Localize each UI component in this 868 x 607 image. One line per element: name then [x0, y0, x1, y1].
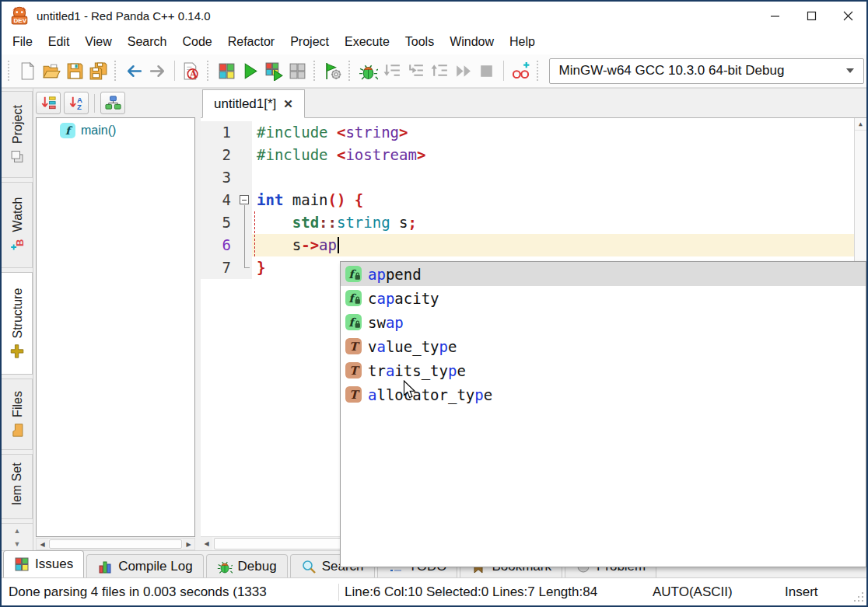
- close-button[interactable]: [830, 2, 866, 30]
- menu-project[interactable]: Project: [282, 32, 337, 52]
- completion-item-traits_type[interactable]: Ttraits_type: [341, 358, 866, 382]
- show-inherited-button[interactable]: [100, 92, 125, 114]
- line-number: 3: [201, 166, 238, 189]
- sort-alphabetically-button[interactable]: AZ: [64, 92, 89, 114]
- run-button[interactable]: [239, 59, 262, 83]
- reformat-button[interactable]: A: [180, 59, 203, 83]
- encoding-status: AUTO(ASCII): [653, 584, 785, 600]
- menu-help[interactable]: Help: [502, 32, 543, 52]
- compile-and-run-button[interactable]: [262, 59, 285, 83]
- completion-label: value_type: [368, 338, 457, 355]
- rebuild-button[interactable]: [286, 59, 310, 83]
- insert-mode-status: Insert: [785, 584, 851, 600]
- files-icon: [9, 423, 24, 438]
- watch-icon: B: [9, 238, 24, 253]
- menu-refactor[interactable]: Refactor: [220, 32, 282, 52]
- menu-edit[interactable]: Edit: [40, 32, 78, 52]
- continue-button[interactable]: [451, 59, 474, 83]
- menu-file[interactable]: File: [5, 32, 40, 52]
- toolbar-separator: [503, 61, 504, 81]
- code-text[interactable]: #include <iostream>: [252, 144, 854, 166]
- completion-item-value_type[interactable]: Tvalue_type: [341, 334, 866, 358]
- tab-scroll-up-icon[interactable]: ▲: [2, 524, 33, 537]
- menu-window[interactable]: Window: [442, 32, 502, 52]
- forward-button[interactable]: [145, 59, 169, 83]
- bottom-tab-label: Compile Log: [118, 559, 192, 574]
- open-button[interactable]: [39, 59, 62, 83]
- menu-view[interactable]: View: [77, 32, 119, 52]
- bottom-tab-issues[interactable]: Issues: [3, 550, 84, 577]
- sort-by-type-button[interactable]: [36, 92, 61, 114]
- maximize-button[interactable]: [793, 2, 830, 30]
- completion-item-swap[interactable]: fswap: [341, 310, 866, 334]
- stop-icon: [477, 61, 496, 81]
- scroll-left-icon[interactable]: ◀: [37, 539, 48, 549]
- run-icon: [240, 61, 260, 81]
- sidebar-tab-label: lem Set: [10, 463, 24, 505]
- menu-search[interactable]: Search: [120, 32, 175, 52]
- code-text[interactable]: #include <string>: [252, 121, 854, 144]
- debug-button[interactable]: [356, 59, 380, 83]
- sidebar-tab-watch[interactable]: BWatch: [2, 182, 33, 267]
- method-icon: f: [345, 314, 362, 330]
- sidebar-tab-files[interactable]: Files: [2, 379, 33, 451]
- reformat-icon: A: [181, 61, 201, 81]
- code-text[interactable]: int main() {: [252, 189, 854, 211]
- scroll-left-icon[interactable]: ◀: [201, 537, 212, 550]
- tab-scroll-down-icon[interactable]: ▼: [2, 537, 33, 550]
- completion-label: capacity: [368, 290, 439, 307]
- minimize-button[interactable]: [757, 2, 793, 30]
- menu-tools[interactable]: Tools: [397, 32, 442, 52]
- sidebar-tab-project[interactable]: Project: [2, 91, 33, 178]
- tab-close-icon[interactable]: ✕: [283, 97, 293, 111]
- fold-marker[interactable]: [238, 189, 252, 211]
- completion-item-allocator_type[interactable]: Tallocator_type: [341, 382, 866, 406]
- step-into-button[interactable]: [404, 59, 427, 83]
- gutter-fold-column: [238, 211, 252, 234]
- scroll-right-icon[interactable]: ▶: [183, 539, 194, 549]
- completion-item-capacity[interactable]: fcapacity: [341, 286, 866, 310]
- forward-icon: [148, 61, 167, 81]
- save-all-button[interactable]: [86, 59, 110, 83]
- save-button[interactable]: [63, 59, 86, 83]
- line-number: 5: [201, 211, 238, 234]
- toolbar-separator: [174, 61, 175, 81]
- scroll-up-icon[interactable]: ▲: [855, 118, 866, 131]
- stop-button[interactable]: [475, 59, 499, 83]
- run-parameters-button[interactable]: [321, 59, 345, 83]
- method-icon: f: [345, 266, 362, 282]
- svg-text:A: A: [189, 68, 198, 79]
- structure-panel-hscrollbar[interactable]: ◀ ▶: [36, 538, 195, 550]
- step-out-button[interactable]: [428, 59, 451, 83]
- menu-execute[interactable]: Execute: [337, 32, 397, 52]
- code-text[interactable]: std::string s;: [252, 211, 854, 234]
- code-text[interactable]: [252, 166, 854, 189]
- new-file-button[interactable]: [16, 59, 39, 83]
- open-icon: [41, 61, 61, 81]
- editor-tab-untitled1[interactable]: untitled1[*] ✕: [202, 89, 305, 118]
- debug-icon: [359, 61, 378, 81]
- editor-tab-bar: untitled1[*] ✕: [201, 89, 866, 118]
- code-line-2: 2#include <iostream>: [201, 144, 854, 166]
- code-text[interactable]: s->ap: [252, 234, 854, 256]
- status-message: Done parsing 4 files in 0.003 seconds (1…: [2, 584, 338, 600]
- structure-item-main[interactable]: fmain(): [40, 123, 191, 138]
- sidebar-tab-strip: ProjectBWatchStructureFileslem Set▲▼: [2, 89, 33, 550]
- sidebar-tab-structure[interactable]: Structure: [2, 272, 33, 375]
- back-button[interactable]: [122, 59, 145, 83]
- issues-icon: [14, 556, 30, 572]
- compiler-set-select[interactable]: MinGW-w64 GCC 10.3.0 64-bit Debug: [549, 58, 864, 84]
- completion-label: allocator_type: [368, 386, 492, 403]
- problem-glasses-button[interactable]: [509, 59, 532, 83]
- menu-code[interactable]: Code: [174, 32, 219, 52]
- compile-button[interactable]: [215, 59, 238, 83]
- completion-item-append[interactable]: fappend: [341, 262, 866, 286]
- resize-grip[interactable]: [851, 578, 866, 605]
- rebuild-icon: [288, 61, 307, 81]
- bottom-tab-compile-log[interactable]: Compile Log: [86, 554, 203, 577]
- bottom-tab-debug[interactable]: Debug: [206, 554, 288, 577]
- toolbar-drag-handle: [207, 61, 211, 81]
- sidebar-tab-problem-set[interactable]: lem Set: [2, 454, 33, 519]
- window-title: untitled1 - Red Panda C++ 0.14.0: [37, 9, 211, 23]
- step-over-button[interactable]: [380, 59, 404, 83]
